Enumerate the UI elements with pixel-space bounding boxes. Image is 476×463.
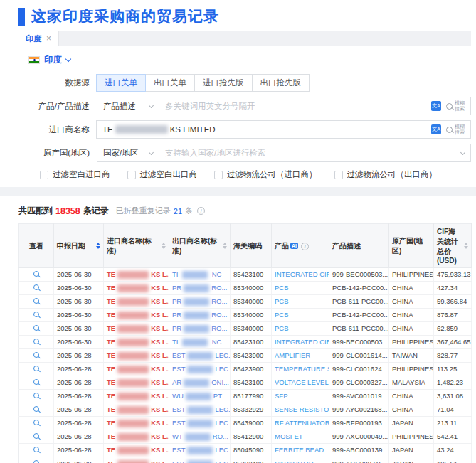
magnifier-view-icon[interactable] (33, 284, 39, 290)
info-icon[interactable]: i (197, 207, 205, 215)
product-cell[interactable]: PCB (272, 294, 329, 308)
table-row: 2025-06-28TEKS L...ESTLEC...85322400CAPA… (19, 457, 472, 463)
exporter-cell[interactable]: PRRO... (169, 321, 231, 335)
product-cell[interactable]: INTEGRATED CIRC... (272, 268, 329, 282)
product-keyword-input[interactable]: 多关键词用英文分号隔开 文A 模糊 搜索 (159, 97, 471, 115)
fuzzy-search-toggle[interactable]: 模糊 搜索 (446, 124, 465, 135)
magnifier-view-icon[interactable] (33, 460, 39, 463)
product-cell[interactable]: RF ATTENUATOR (272, 416, 329, 430)
select-chevron-icon (149, 102, 154, 107)
checkbox-filter-logistics-importer[interactable]: 过滤物流公司（进口商） (214, 169, 317, 180)
checkbox-filter-blank-exporter[interactable]: 过滤空白出口商 (127, 169, 198, 180)
info-icon[interactable]: i (301, 243, 309, 250)
magnifier-view-icon[interactable] (33, 366, 39, 371)
table-row: 2025-06-30TEKS L...TI NC85423100INTEGRAT… (19, 335, 472, 348)
origin-country-input[interactable]: 支持输入国家/地区进行检索 (159, 144, 471, 162)
date-cell: 2025-06-30 (54, 321, 104, 335)
origin-type-select[interactable]: 国家/地区 (97, 144, 159, 162)
magnifier-view-icon[interactable] (33, 406, 39, 412)
exporter-cell[interactable]: TI NC (169, 268, 231, 282)
product-cell[interactable]: VOLTAGE LEVEL T... (272, 376, 329, 389)
checkbox-filter-logistics-exporter[interactable]: 过滤物流公司（出口商） (334, 169, 438, 180)
exporter-cell[interactable]: PRRO... (169, 294, 231, 308)
datasource-option-import-preview[interactable]: 进口抢先版 (194, 74, 253, 92)
table-row: 2025-06-30TEKS L...TI NC85423100INTEGRAT… (19, 268, 472, 282)
redacted-text-block (117, 433, 149, 441)
magnifier-view-icon[interactable] (33, 339, 39, 344)
magnifier-view-icon[interactable] (33, 393, 39, 398)
redacted-text-block (187, 447, 213, 454)
redacted-text-block (117, 379, 149, 387)
tab-india[interactable]: 印度 × (18, 31, 59, 46)
date-cell: 2025-06-30 (54, 281, 104, 294)
description-cell: PCB-142-PCC00... (329, 308, 389, 321)
magnifier-view-icon[interactable] (33, 325, 39, 331)
hs-code-cell: 85340000 (231, 294, 272, 308)
product-cell[interactable]: INTEGRATED CIRC... (272, 335, 329, 348)
hs-code-cell: 85423100 (231, 268, 272, 282)
tab-close-icon[interactable]: × (46, 34, 51, 43)
datasource-option-export-customs[interactable]: 出口关单 (145, 74, 195, 92)
magnifier-view-icon[interactable] (33, 312, 39, 317)
cif-cell: 3,631.08 (434, 389, 472, 403)
fuzzy-search-toggle[interactable]: 模糊 搜索 (446, 100, 465, 112)
magnifier-view-icon[interactable] (33, 379, 39, 385)
product-cell[interactable]: FERRITE BEAD (272, 443, 329, 457)
translate-icon[interactable]: 文A (431, 124, 441, 134)
exporter-cell[interactable]: ESTLEC... (169, 403, 231, 416)
product-cell[interactable]: CAPACITOR (272, 457, 329, 463)
column-cif-total[interactable]: CIF海关统计总价(USD) (434, 224, 472, 268)
translate-icon[interactable]: 文A (431, 101, 441, 111)
product-cell[interactable]: SFP (272, 389, 329, 403)
magnifier-view-icon[interactable] (33, 433, 39, 439)
sort-icon[interactable] (223, 243, 227, 249)
product-cell[interactable]: SENSE RESISTOR (272, 403, 329, 416)
product-type-select[interactable]: 产品描述 (97, 97, 159, 115)
column-date[interactable]: 申报日期 (54, 224, 104, 268)
exporter-cell[interactable]: WUPT... (169, 389, 231, 403)
filter-checkboxes: 过滤空白进口商 过滤空白出口商 过滤物流公司（进口商） 过滤物流公司（出口商） (18, 167, 471, 187)
exporter-cell[interactable]: ESTLEC... (169, 457, 231, 463)
importer-name-input[interactable]: TE KS LIMITED 文A 模糊 搜索 (96, 120, 471, 139)
exporter-cell[interactable]: ESTLEC... (169, 416, 231, 430)
column-importer[interactable]: 进口商名称(标准) (104, 224, 169, 268)
exporter-cell[interactable]: PRRO... (169, 281, 231, 294)
exporter-cell[interactable]: PRRO... (169, 308, 231, 321)
magnifier-view-icon[interactable] (33, 298, 39, 304)
hs-code-cell: 85322400 (231, 457, 272, 463)
product-cell[interactable]: PCB (272, 281, 329, 294)
sort-icon[interactable] (162, 243, 166, 249)
date-cell: 2025-06-28 (54, 416, 104, 430)
cif-cell: 195.61 (434, 457, 472, 463)
checkbox-filter-blank-importer[interactable]: 过滤空白进口商 (40, 169, 110, 180)
magnifier-view-icon[interactable] (33, 447, 39, 452)
exporter-cell[interactable]: ESTLEC... (169, 362, 231, 376)
exporter-cell[interactable]: ESTLEC... (169, 443, 231, 457)
product-cell[interactable]: PCB (272, 321, 329, 335)
redacted-text-block (187, 406, 213, 414)
magnifier-view-icon[interactable] (33, 271, 39, 277)
datasource-option-import-customs[interactable]: 进口关单 (96, 74, 146, 92)
datasource-option-export-preview[interactable]: 出口抢先版 (252, 74, 310, 92)
product-cell[interactable]: AMPLIFIER (272, 348, 329, 362)
sort-icon[interactable] (96, 243, 100, 249)
table-row: 2025-06-28TEKS L...ESTLEC...85423900AMPL… (19, 348, 472, 362)
product-cell[interactable]: MOSFET (272, 430, 329, 443)
exporter-cell[interactable]: ARONI... (169, 376, 231, 389)
column-exporter[interactable]: 出口商名称(标准) (169, 224, 231, 268)
exporter-cell[interactable]: ESTLEC... (169, 348, 231, 362)
country-selector[interactable]: 印度 (0, 46, 476, 73)
redacted-text-block (184, 284, 209, 292)
magnifier-view-icon[interactable] (33, 420, 39, 425)
sort-icon[interactable] (464, 243, 468, 249)
exporter-cell[interactable]: WTRO... (169, 430, 231, 443)
importer-cell: TEKS L... (104, 443, 169, 457)
exporter-cell[interactable]: TI NC (169, 335, 231, 348)
importer-cell: TEKS L... (104, 403, 169, 416)
column-description: 产品描述 (329, 224, 389, 268)
cif-cell: 427.34 (434, 281, 472, 294)
product-cell[interactable]: TEMPERATURE SE... (272, 362, 329, 376)
product-cell[interactable]: PCB (272, 308, 329, 321)
magnifier-view-icon[interactable] (33, 352, 39, 358)
hs-code-cell: 85412900 (231, 430, 272, 443)
